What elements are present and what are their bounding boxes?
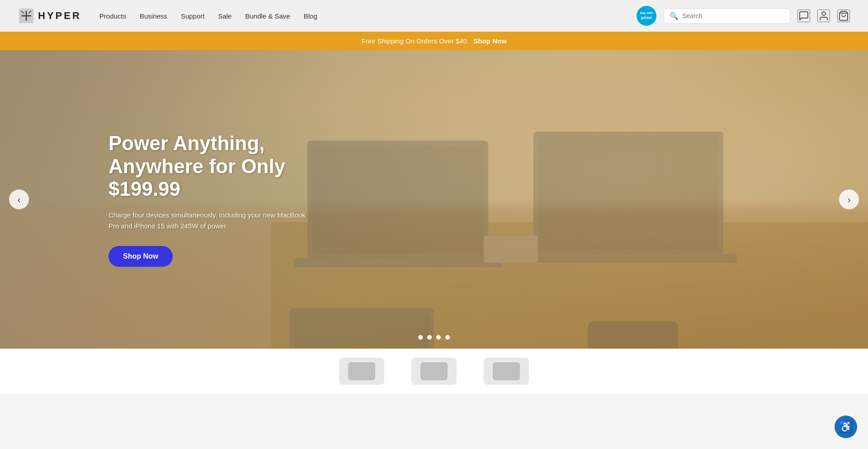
svg-rect-14 — [484, 236, 538, 263]
hero-title: Power Anything, Anywhere for Only $199.9… — [108, 132, 307, 201]
svg-rect-13 — [520, 254, 737, 263]
svg-point-5 — [822, 12, 826, 15]
buy-with-prime-button[interactable]: buy with prime — [637, 6, 656, 26]
product-preview-2[interactable] — [411, 358, 457, 385]
product-thumb-3 — [493, 362, 520, 380]
nav-item-blog[interactable]: Blog — [304, 12, 317, 20]
product-previews-row — [0, 349, 868, 394]
chevron-right-icon: › — [848, 194, 851, 205]
promo-text: Free Shipping On Orders Over $40. — [361, 37, 469, 45]
hero-subtitle: Charge four devices simultaneously, incl… — [108, 210, 307, 232]
promo-banner: Free Shipping On Orders Over $40. Shop N… — [0, 32, 868, 50]
cart-icon-button[interactable] — [837, 9, 850, 22]
header-icons — [797, 9, 850, 22]
logo-text: HYPER — [38, 10, 81, 22]
product-thumb-1 — [348, 362, 375, 380]
chat-icon — [798, 10, 809, 21]
search-icon: 🔍 — [670, 12, 679, 20]
svg-rect-9 — [312, 145, 484, 254]
logo[interactable]: HYPER — [18, 8, 81, 24]
chevron-left-icon: ‹ — [18, 194, 21, 205]
carousel-dot-2[interactable] — [427, 335, 432, 340]
user-icon — [818, 10, 829, 21]
nav-item-products[interactable]: Products — [99, 12, 126, 20]
hero-content: Power Anything, Anywhere for Only $199.9… — [108, 132, 307, 267]
user-icon-button[interactable] — [817, 9, 830, 22]
svg-rect-10 — [294, 258, 502, 267]
svg-rect-12 — [538, 136, 719, 249]
search-input[interactable] — [682, 12, 784, 19]
svg-rect-17 — [588, 321, 678, 349]
nav-item-bundle[interactable]: Bundle & Save — [245, 12, 290, 20]
product-preview-3[interactable] — [484, 358, 529, 385]
carousel-dot-3[interactable] — [436, 335, 441, 340]
search-bar[interactable]: 🔍 — [664, 9, 790, 24]
carousel-dot-4[interactable] — [445, 335, 450, 340]
hero-section: Power Anything, Anywhere for Only $199.9… — [0, 50, 868, 349]
buy-with-prime-label: buy with prime — [640, 11, 653, 20]
nav-item-business[interactable]: Business — [140, 12, 167, 20]
carousel-dots — [418, 335, 450, 340]
logo-icon — [18, 8, 34, 24]
chat-icon-button[interactable] — [797, 9, 810, 22]
carousel-dot-1[interactable] — [418, 335, 423, 340]
nav-item-support[interactable]: Support — [181, 12, 205, 20]
product-preview-1[interactable] — [339, 358, 384, 385]
promo-cta[interactable]: Shop Now — [473, 37, 506, 45]
carousel-next-button[interactable]: › — [839, 189, 859, 209]
svg-rect-16 — [294, 312, 429, 349]
nav-item-sale[interactable]: Sale — [218, 12, 231, 20]
carousel-prev-button[interactable]: ‹ — [9, 189, 29, 209]
cart-icon — [838, 10, 849, 21]
main-nav: Products Business Support Sale Bundle & … — [99, 12, 632, 20]
hero-shop-now-button[interactable]: Shop Now — [108, 246, 173, 267]
header: HYPER Products Business Support Sale Bun… — [0, 0, 868, 32]
product-thumb-2 — [420, 362, 448, 380]
